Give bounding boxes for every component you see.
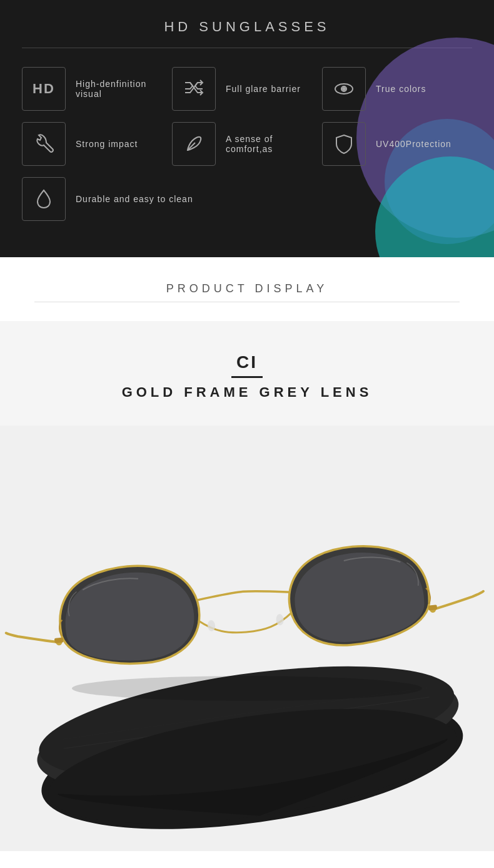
feature-hd-text: High-denfinition visual <box>76 79 172 99</box>
product-display-section: PRODUCT DISPLAY <box>0 257 494 302</box>
feature-impact: Strong impact <box>22 122 172 166</box>
feature-glare-text: Full glare barrier <box>226 84 301 94</box>
feature-clean: Durable and easy to clean <box>22 177 472 221</box>
svg-rect-21 <box>428 605 438 610</box>
sunglasses-svg <box>0 426 494 851</box>
feature-uv-text: UV400Protection <box>376 139 451 149</box>
product-subtitle-line <box>231 376 263 378</box>
sunglasses-image <box>0 426 494 851</box>
leaf-icon <box>183 133 205 155</box>
hd-features: HD High-denfinition visual Full glare ba… <box>0 67 494 221</box>
svg-point-22 <box>72 676 422 701</box>
wrench-icon <box>33 133 55 155</box>
feature-impact-text: Strong impact <box>76 139 138 149</box>
shield-icon <box>333 133 355 155</box>
feature-glare: Full glare barrier <box>172 67 322 111</box>
eye-icon-box <box>322 67 366 111</box>
feature-hd: HD High-denfinition visual <box>22 67 172 111</box>
section-underline-wrap <box>0 302 494 302</box>
hd-section-title: HD SUNGLASSES <box>0 19 494 35</box>
shuffle-icon <box>183 78 205 100</box>
section-title: PRODUCT DISPLAY <box>166 282 328 295</box>
feature-row-3: Durable and easy to clean <box>22 177 472 221</box>
leaf-icon-box <box>172 122 216 166</box>
product-subtitle: CI <box>0 352 494 372</box>
section-title-wrap: PRODUCT DISPLAY <box>0 282 494 295</box>
product-image-section: CI GOLD FRAME GREY LENS <box>0 321 494 851</box>
feature-row-2: Strong impact A sense of comfort,as <box>22 122 472 166</box>
feature-uv: UV400Protection <box>322 122 472 166</box>
hd-section: HD SUNGLASSES HD High-denfinition visual <box>0 0 494 257</box>
glare-icon-box <box>172 67 216 111</box>
eye-icon <box>333 78 355 100</box>
section-line-left <box>34 302 247 302</box>
feature-colors: True colors <box>322 67 472 111</box>
section-line-right <box>247 302 460 302</box>
feature-comfort-text: A sense of comfort,as <box>226 134 322 154</box>
feature-clean-text: Durable and easy to clean <box>76 194 193 204</box>
svg-rect-20 <box>54 638 64 643</box>
wrench-icon-box <box>22 122 66 166</box>
shield-icon-box <box>322 122 366 166</box>
droplet-icon-box <box>22 177 66 221</box>
feature-colors-text: True colors <box>376 84 426 94</box>
feature-comfort: A sense of comfort,as <box>172 122 322 166</box>
hd-icon-box: HD <box>22 67 66 111</box>
hd-icon: HD <box>33 81 55 97</box>
product-name: GOLD FRAME GREY LENS <box>0 384 494 401</box>
svg-point-5 <box>343 88 345 90</box>
feature-row-1: HD High-denfinition visual Full glare ba… <box>22 67 472 111</box>
droplet-icon <box>33 188 55 210</box>
